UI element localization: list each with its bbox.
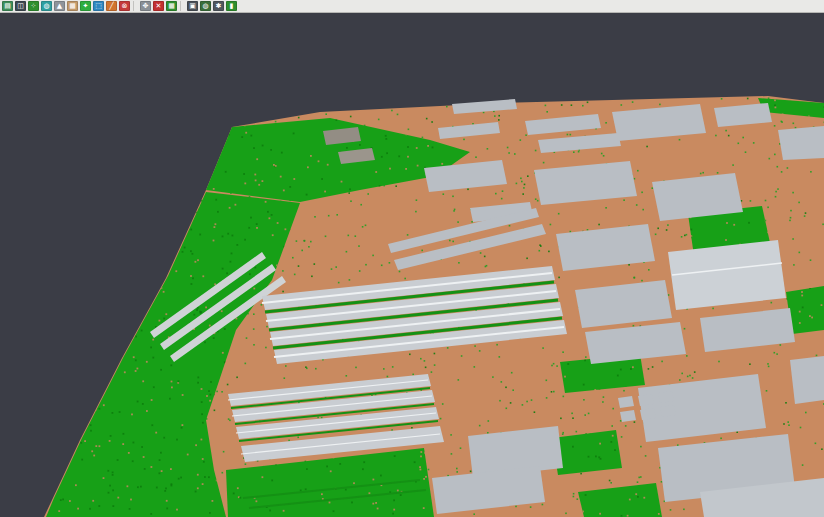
point-cloud-icon[interactable]: ⁘ (28, 1, 39, 11)
classify-icon[interactable]: ✦ (80, 1, 91, 11)
delete-selection-icon[interactable]: ⊗ (119, 1, 130, 11)
toolbar-separator (180, 1, 184, 11)
small-unit (638, 394, 654, 406)
reset-view-icon[interactable]: ✕ (153, 1, 164, 11)
texture-icon[interactable]: ▦ (67, 1, 78, 11)
open-project-icon[interactable]: ▤ (2, 1, 13, 11)
building (668, 240, 786, 310)
region-select-icon[interactable]: ⬚ (93, 1, 104, 11)
navigation-icon[interactable]: ✥ (140, 1, 151, 11)
camera-icon[interactable]: ▣ (187, 1, 198, 11)
chart-icon[interactable]: ▮ (226, 1, 237, 11)
mesh-icon[interactable]: ▲ (54, 1, 65, 11)
small-unit (640, 408, 656, 420)
grid-icon[interactable]: ▦ (166, 1, 177, 11)
small-unit (618, 396, 634, 408)
small-unit (620, 410, 636, 422)
small-unit (660, 405, 676, 417)
save-project-icon[interactable]: ◫ (15, 1, 26, 11)
dense-cloud-icon[interactable]: ◍ (41, 1, 52, 11)
ruler-icon[interactable]: ╱ (106, 1, 117, 11)
application-window: ▤◫⁘◍▲▦✦⬚╱⊗✥✕▦▣◍✱▮ (0, 0, 824, 517)
vegetation-patch (552, 430, 622, 475)
settings-icon[interactable]: ✱ (213, 1, 224, 11)
globe-icon[interactable]: ◍ (200, 1, 211, 11)
point-cloud-scene (0, 0, 824, 517)
toolbar: ▤◫⁘◍▲▦✦⬚╱⊗✥✕▦▣◍✱▮ (0, 0, 824, 13)
toolbar-separator (133, 1, 137, 11)
small-unit (658, 391, 674, 403)
building (778, 126, 824, 160)
building (790, 356, 824, 404)
viewport-3d[interactable] (0, 0, 824, 517)
